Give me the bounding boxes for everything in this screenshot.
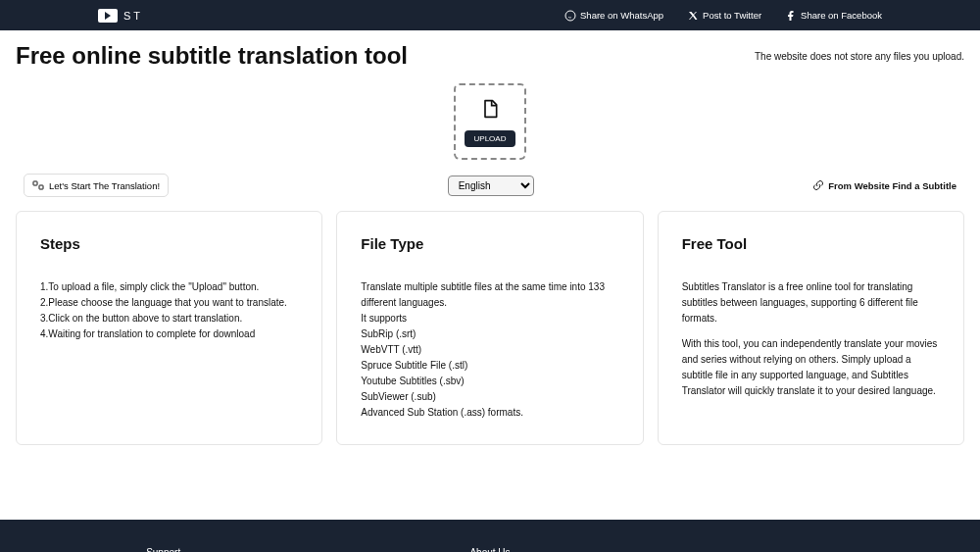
svg-marker-0 <box>105 12 111 20</box>
supports-label: It supports <box>361 311 618 326</box>
list-item: 3.Click on the button above to start tra… <box>40 311 298 326</box>
list-item: Youtube Subtitles (.sbv) <box>361 374 618 389</box>
link-icon <box>812 179 824 191</box>
language-select[interactable]: English <box>448 176 534 196</box>
page-title: Free online subtitle translation tool <box>16 42 408 70</box>
share-whatsapp[interactable]: Share on WhatsApp <box>564 10 663 22</box>
facebook-icon <box>785 10 797 22</box>
play-icon <box>98 9 118 23</box>
upload-button[interactable]: UPLOAD <box>465 130 516 147</box>
logo-text: S T <box>123 10 140 22</box>
footer-col-links: Support Privacy Policy <box>0 547 326 552</box>
filetype-intro: Translate multiple subtitle files at the… <box>361 279 618 311</box>
cards: Steps 1.To upload a file, simply click t… <box>16 211 964 445</box>
list-item: SubRip (.srt) <box>361 326 618 342</box>
footer-support-link[interactable]: Support <box>146 547 180 552</box>
list-item: 1.To upload a file, simply click the "Up… <box>40 279 298 295</box>
filetype-body: Translate multiple subtitle files at the… <box>361 279 618 421</box>
footer-about-link[interactable]: About Us <box>469 547 510 552</box>
list-item: 4.Waiting for translation to complete fo… <box>40 326 298 342</box>
find-subtitle-link[interactable]: From Website Find a Subtitle <box>812 179 956 191</box>
card-title: Free Tool <box>682 235 940 252</box>
start-translation-button[interactable]: Let's Start The Translation! <box>24 174 169 197</box>
logo[interactable]: S T <box>98 9 140 23</box>
freetool-p2: With this tool, you can independently tr… <box>682 336 940 399</box>
card-filetype: File Type Translate multiple subtitle fi… <box>336 211 643 445</box>
card-title: File Type <box>361 235 618 252</box>
card-steps: Steps 1.To upload a file, simply click t… <box>16 211 322 445</box>
header: S T Share on WhatsApp Post to Twitter Sh… <box>0 0 980 30</box>
list-item: Spruce Subtitle File (.stl) <box>361 358 618 374</box>
upload-zone: UPLOAD <box>16 83 964 160</box>
footer-top: Support Privacy Policy About Us support:… <box>0 520 980 552</box>
upload-dropzone[interactable]: UPLOAD <box>454 83 526 160</box>
freetool-p1: Subtitles Translator is a free online to… <box>682 279 940 326</box>
steps-list: 1.To upload a file, simply click the "Up… <box>40 279 298 342</box>
svg-point-1 <box>565 11 575 21</box>
list-item: 2.Please choose the language that you wa… <box>40 295 298 311</box>
card-title: Steps <box>40 235 298 252</box>
controls-row: Let's Start The Translation! English Fro… <box>16 174 964 197</box>
svg-rect-3 <box>39 185 43 189</box>
main: Free online subtitle translation tool Th… <box>0 30 980 457</box>
list-item: SubViewer (.sub) <box>361 389 618 405</box>
list-item: WebVTT (.vtt) <box>361 342 618 358</box>
title-row: Free online subtitle translation tool Th… <box>16 42 964 70</box>
footer-col-contact: support: lhwalq@gmail.com <box>654 547 980 552</box>
whatsapp-icon <box>564 10 576 22</box>
file-icon <box>480 97 500 121</box>
share-twitter[interactable]: Post to Twitter <box>687 10 761 22</box>
svg-rect-2 <box>33 181 37 185</box>
card-freetool: Free Tool Subtitles Translator is a free… <box>658 211 964 445</box>
footer-col-about: About Us <box>326 547 653 552</box>
translate-icon <box>32 179 44 191</box>
share-facebook[interactable]: Share on Facebook <box>785 10 882 22</box>
twitter-icon <box>687 10 699 22</box>
list-item: Advanced Sub Station (.ass) formats. <box>361 405 618 421</box>
footer: Support Privacy Policy About Us support:… <box>0 520 980 552</box>
freetool-body: Subtitles Translator is a free online to… <box>682 279 940 399</box>
storage-note: The website does not store any files you… <box>755 51 964 62</box>
share-links: Share on WhatsApp Post to Twitter Share … <box>564 10 882 22</box>
